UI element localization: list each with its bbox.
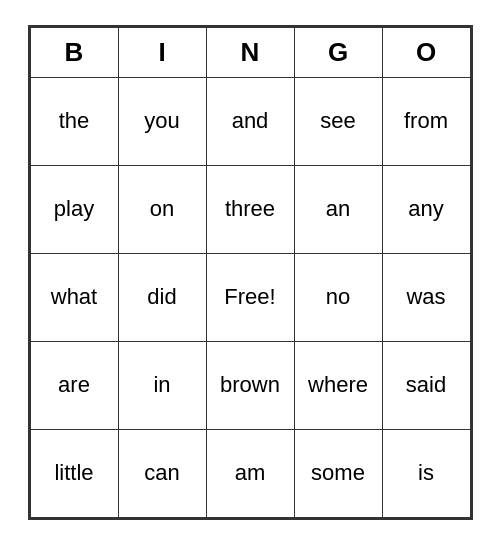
cell-r3c0: are: [30, 341, 118, 429]
header-b: B: [30, 27, 118, 77]
cell-r0c1: you: [118, 77, 206, 165]
table-row: areinbrownwheresaid: [30, 341, 470, 429]
cell-r3c3: where: [294, 341, 382, 429]
table-row: theyouandseefrom: [30, 77, 470, 165]
cell-r4c2: am: [206, 429, 294, 517]
header-g: G: [294, 27, 382, 77]
cell-r0c3: see: [294, 77, 382, 165]
bingo-card: B I N G O theyouandseefromplayonthreeana…: [28, 25, 473, 520]
cell-r0c0: the: [30, 77, 118, 165]
cell-r4c0: little: [30, 429, 118, 517]
cell-r1c2: three: [206, 165, 294, 253]
table-row: littlecanamsomeis: [30, 429, 470, 517]
table-row: playonthreeanany: [30, 165, 470, 253]
cell-r3c2: brown: [206, 341, 294, 429]
cell-r4c4: is: [382, 429, 470, 517]
cell-r0c4: from: [382, 77, 470, 165]
cell-r3c4: said: [382, 341, 470, 429]
cell-r1c0: play: [30, 165, 118, 253]
cell-r3c1: in: [118, 341, 206, 429]
header-row: B I N G O: [30, 27, 470, 77]
bingo-body: theyouandseefromplayonthreeananywhatdidF…: [30, 77, 470, 517]
cell-r1c1: on: [118, 165, 206, 253]
cell-r1c4: any: [382, 165, 470, 253]
cell-r1c3: an: [294, 165, 382, 253]
header-o: O: [382, 27, 470, 77]
header-i: I: [118, 27, 206, 77]
cell-r2c2: Free!: [206, 253, 294, 341]
header-n: N: [206, 27, 294, 77]
cell-r2c1: did: [118, 253, 206, 341]
cell-r4c3: some: [294, 429, 382, 517]
cell-r4c1: can: [118, 429, 206, 517]
cell-r2c4: was: [382, 253, 470, 341]
cell-r0c2: and: [206, 77, 294, 165]
cell-r2c3: no: [294, 253, 382, 341]
cell-r2c0: what: [30, 253, 118, 341]
table-row: whatdidFree!nowas: [30, 253, 470, 341]
bingo-table: B I N G O theyouandseefromplayonthreeana…: [30, 27, 471, 518]
